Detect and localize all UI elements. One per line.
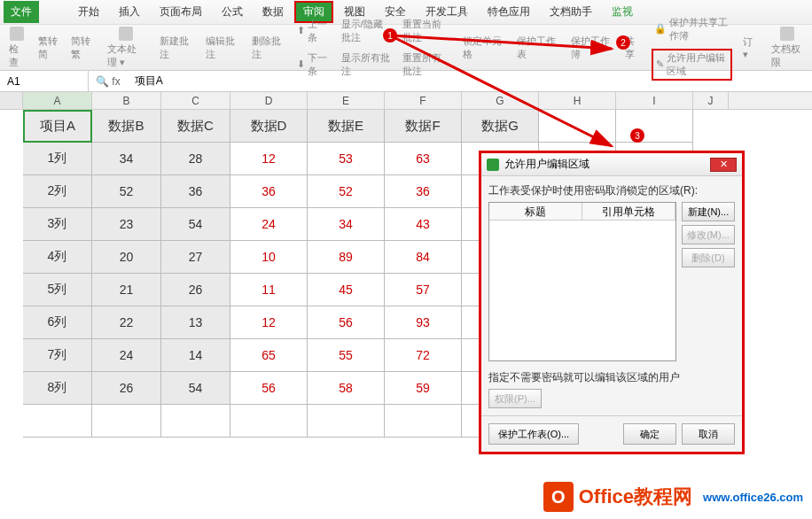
cell[interactable]: 数据G — [462, 110, 539, 143]
ok-button[interactable]: 确定 — [623, 423, 676, 445]
new-button[interactable]: 新建(N)... — [682, 202, 735, 221]
cell[interactable] — [539, 110, 616, 143]
name-box[interactable]: A1 — [0, 71, 89, 91]
permission-button[interactable]: 权限(P)... — [488, 389, 542, 408]
tool-zhh[interactable]: 繁转简 — [35, 34, 63, 62]
cell[interactable] — [385, 405, 462, 438]
cell[interactable]: 14 — [161, 339, 230, 372]
cell[interactable]: 数据E — [308, 110, 385, 143]
tool-prev[interactable]: ⬆ 上一条 — [294, 17, 332, 45]
cell[interactable]: 项目A — [23, 110, 92, 143]
cell[interactable]: 26 — [92, 372, 161, 405]
col-header-F[interactable]: F — [385, 92, 462, 109]
select-all-corner[interactable] — [0, 92, 23, 109]
cell[interactable]: 34 — [92, 143, 161, 175]
menu-insert[interactable]: 插入 — [110, 1, 149, 23]
col-header-I[interactable]: I — [616, 92, 693, 109]
tool-track[interactable]: 订 ▾ — [739, 34, 761, 62]
region-list[interactable]: 标题 引用单元格 — [488, 202, 676, 361]
cell[interactable]: 58 — [308, 372, 385, 405]
cell[interactable]: 53 — [308, 143, 385, 175]
cell[interactable]: 数据C — [161, 110, 230, 143]
cell[interactable]: 8列 — [23, 372, 92, 405]
cell[interactable]: 6列 — [23, 306, 92, 339]
tool-text[interactable]: 文本处理 ▾ — [104, 25, 149, 71]
cell[interactable]: 12 — [230, 143, 308, 175]
cell[interactable] — [92, 405, 161, 438]
protect-sheet-button[interactable]: 保护工作表(O)... — [488, 423, 579, 445]
col-header-D[interactable]: D — [230, 92, 308, 109]
cell[interactable]: 数据D — [230, 110, 308, 143]
menu-layout[interactable]: 页面布局 — [151, 1, 211, 23]
cell[interactable]: 28 — [161, 143, 230, 175]
cell[interactable]: 45 — [308, 274, 385, 306]
cell[interactable] — [161, 405, 230, 438]
menu-monitor[interactable]: 监视 — [603, 1, 642, 23]
tool-newcomment[interactable]: 新建批注 — [156, 33, 195, 63]
cell[interactable]: 数据B — [92, 110, 161, 143]
cell[interactable]: 72 — [385, 339, 462, 372]
cell[interactable]: 26 — [161, 274, 230, 306]
col-header-G[interactable]: G — [462, 92, 539, 109]
cell[interactable]: 36 — [161, 175, 230, 208]
menu-file[interactable]: 文件 — [4, 1, 39, 23]
tool-editcomment[interactable]: 编辑批注 — [202, 33, 241, 63]
cell[interactable]: 27 — [161, 241, 230, 274]
cell[interactable]: 24 — [230, 208, 308, 241]
modify-button[interactable]: 修改(M)... — [682, 225, 735, 244]
menu-home[interactable]: 开始 — [69, 1, 108, 23]
cell[interactable] — [23, 405, 92, 438]
cell[interactable]: 5列 — [23, 274, 92, 306]
menu-dochelp[interactable]: 文档助手 — [541, 1, 601, 23]
col-header-J[interactable]: J — [693, 92, 729, 109]
delete-button[interactable]: 删除(D) — [682, 248, 735, 267]
tool-protectbook[interactable]: 保护工作簿 — [567, 33, 614, 63]
tool-protshare[interactable]: 🔒 保护并共享工作簿 — [652, 15, 732, 43]
cell[interactable]: 12 — [230, 306, 308, 339]
cell[interactable]: 63 — [385, 143, 462, 175]
cell[interactable]: 36 — [385, 175, 462, 208]
tool-docperm[interactable]: 文档权限 — [768, 25, 807, 71]
cancel-button[interactable]: 取消 — [682, 423, 735, 445]
list-col-title[interactable]: 标题 — [489, 203, 582, 220]
cell[interactable] — [616, 110, 693, 143]
cell[interactable]: 7列 — [23, 339, 92, 372]
cell[interactable]: 54 — [161, 372, 230, 405]
cell[interactable]: 56 — [230, 372, 308, 405]
col-header-C[interactable]: C — [161, 92, 230, 109]
cell[interactable] — [230, 405, 308, 438]
tool-check[interactable]: 检查 — [5, 25, 28, 71]
cell[interactable]: 4列 — [23, 241, 92, 274]
cell[interactable]: 56 — [308, 306, 385, 339]
dialog-titlebar[interactable]: 允许用户编辑区域 ✕ — [481, 153, 742, 176]
cell[interactable]: 52 — [308, 175, 385, 208]
col-header-E[interactable]: E — [308, 92, 385, 109]
cell[interactable]: 54 — [161, 208, 230, 241]
tool-jzh[interactable]: 简转繁 — [68, 34, 96, 62]
cell[interactable] — [308, 405, 385, 438]
cell[interactable]: 55 — [308, 339, 385, 372]
menu-special[interactable]: 特色应用 — [479, 1, 539, 23]
tool-protect[interactable]: 保护工作表 — [513, 33, 560, 63]
cell[interactable]: 22 — [92, 306, 161, 339]
cell[interactable]: 2列 — [23, 175, 92, 208]
cell[interactable]: 11 — [230, 274, 308, 306]
cell[interactable]: 数据F — [385, 110, 462, 143]
cell[interactable]: 59 — [385, 372, 462, 405]
tool-lock[interactable]: 锁定单元格 — [459, 33, 506, 63]
cell[interactable]: 21 — [92, 274, 161, 306]
cell[interactable]: 10 — [230, 241, 308, 274]
cell[interactable]: 93 — [385, 306, 462, 339]
col-header-H[interactable]: H — [539, 92, 616, 109]
cell[interactable]: 34 — [308, 208, 385, 241]
col-header-A[interactable]: A — [23, 92, 92, 109]
tool-delcomment[interactable]: 删除批注 — [248, 33, 287, 63]
cell[interactable]: 24 — [92, 339, 161, 372]
cell[interactable]: 52 — [92, 175, 161, 208]
cell[interactable]: 36 — [230, 175, 308, 208]
cell[interactable]: 23 — [92, 208, 161, 241]
menu-formula[interactable]: 公式 — [213, 1, 252, 23]
close-button[interactable]: ✕ — [710, 158, 737, 172]
cell[interactable]: 3列 — [23, 208, 92, 241]
cell[interactable]: 13 — [161, 306, 230, 339]
